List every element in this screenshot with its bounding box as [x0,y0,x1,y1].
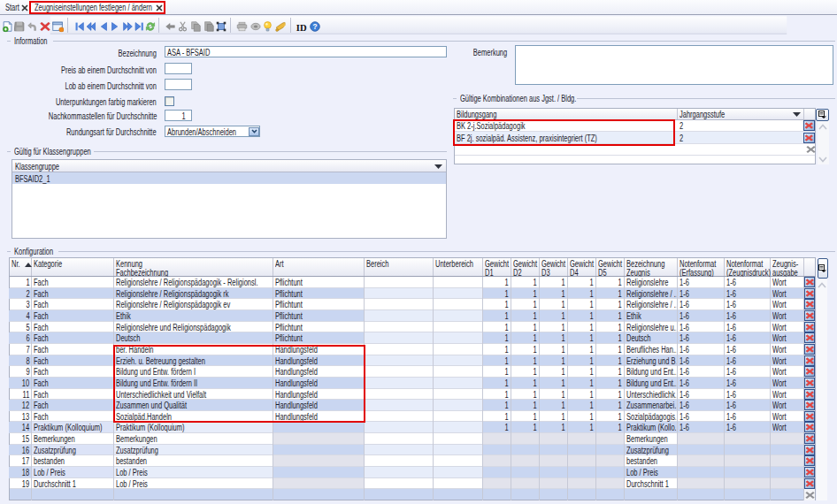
svg-text:?: ? [312,22,317,31]
